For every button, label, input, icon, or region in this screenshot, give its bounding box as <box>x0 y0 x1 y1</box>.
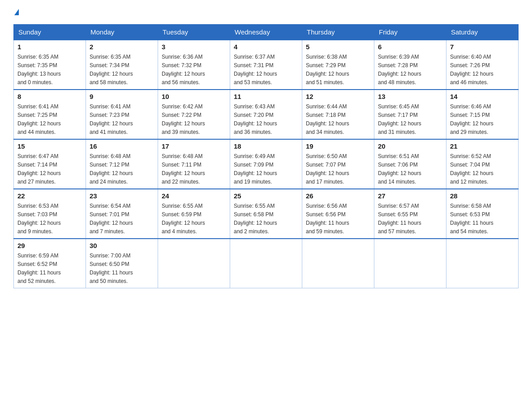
day-info: Sunrise: 6:37 AMSunset: 7:31 PMDaylight:… <box>234 54 277 86</box>
day-info: Sunrise: 6:53 AMSunset: 7:03 PMDaylight:… <box>17 203 61 235</box>
calendar-cell: 30 Sunrise: 7:00 AMSunset: 6:50 PMDaylig… <box>86 239 158 288</box>
day-info: Sunrise: 6:58 AMSunset: 6:53 PMDaylight:… <box>450 203 493 235</box>
day-info: Sunrise: 6:42 AMSunset: 7:22 PMDaylight:… <box>162 103 205 135</box>
day-number: 15 <box>17 142 82 150</box>
calendar-cell: 28 Sunrise: 6:58 AMSunset: 6:53 PMDaylig… <box>446 189 519 239</box>
calendar-cell: 29 Sunrise: 6:59 AMSunset: 6:52 PMDaylig… <box>14 239 86 288</box>
day-number: 23 <box>90 192 154 200</box>
calendar-week-row: 29 Sunrise: 6:59 AMSunset: 6:52 PMDaylig… <box>14 239 519 288</box>
day-info: Sunrise: 6:49 AMSunset: 7:09 PMDaylight:… <box>234 153 277 185</box>
day-number: 13 <box>378 93 442 100</box>
day-number: 19 <box>306 142 370 150</box>
calendar-cell: 25 Sunrise: 6:55 AMSunset: 6:58 PMDaylig… <box>230 189 302 239</box>
day-number: 25 <box>234 192 298 200</box>
calendar-cell: 9 Sunrise: 6:41 AMSunset: 7:23 PMDayligh… <box>86 90 158 139</box>
page-header <box>13 9 519 17</box>
logo <box>13 9 19 17</box>
calendar-cell: 8 Sunrise: 6:41 AMSunset: 7:25 PMDayligh… <box>14 90 86 139</box>
day-info: Sunrise: 7:00 AMSunset: 6:50 PMDaylight:… <box>90 253 133 284</box>
day-info: Sunrise: 6:39 AMSunset: 7:28 PMDaylight:… <box>378 54 421 86</box>
calendar-cell: 17 Sunrise: 6:48 AMSunset: 7:11 PMDaylig… <box>158 139 230 189</box>
header-thursday: Thursday <box>302 25 374 40</box>
day-info: Sunrise: 6:41 AMSunset: 7:23 PMDaylight:… <box>90 103 133 135</box>
day-number: 12 <box>306 93 370 100</box>
day-info: Sunrise: 6:51 AMSunset: 7:06 PMDaylight:… <box>378 153 421 185</box>
day-info: Sunrise: 6:36 AMSunset: 7:32 PMDaylight:… <box>162 54 205 86</box>
day-info: Sunrise: 6:55 AMSunset: 6:58 PMDaylight:… <box>234 203 277 235</box>
calendar-cell: 7 Sunrise: 6:40 AMSunset: 7:26 PMDayligh… <box>446 40 519 90</box>
calendar-cell <box>158 239 230 288</box>
day-info: Sunrise: 6:50 AMSunset: 7:07 PMDaylight:… <box>306 153 349 185</box>
day-number: 30 <box>90 242 154 249</box>
header-wednesday: Wednesday <box>230 25 302 40</box>
day-info: Sunrise: 6:48 AMSunset: 7:11 PMDaylight:… <box>162 153 205 185</box>
day-number: 14 <box>450 93 515 100</box>
day-number: 24 <box>162 192 226 200</box>
day-number: 9 <box>90 93 154 100</box>
calendar-cell: 2 Sunrise: 6:35 AMSunset: 7:34 PMDayligh… <box>86 40 158 90</box>
calendar-cell: 15 Sunrise: 6:47 AMSunset: 7:14 PMDaylig… <box>14 139 86 189</box>
day-number: 11 <box>234 93 298 100</box>
day-number: 27 <box>378 192 442 200</box>
day-number: 10 <box>162 93 226 100</box>
day-info: Sunrise: 6:57 AMSunset: 6:55 PMDaylight:… <box>378 203 421 235</box>
calendar-week-row: 1 Sunrise: 6:35 AMSunset: 7:35 PMDayligh… <box>14 40 519 90</box>
day-info: Sunrise: 6:40 AMSunset: 7:26 PMDaylight:… <box>450 54 493 86</box>
day-info: Sunrise: 6:56 AMSunset: 6:56 PMDaylight:… <box>306 203 349 235</box>
day-info: Sunrise: 6:54 AMSunset: 7:01 PMDaylight:… <box>90 203 133 235</box>
day-number: 20 <box>378 142 442 150</box>
header-sunday: Sunday <box>14 25 86 40</box>
calendar-cell: 5 Sunrise: 6:38 AMSunset: 7:29 PMDayligh… <box>302 40 374 90</box>
day-number: 5 <box>306 43 370 51</box>
calendar-cell: 16 Sunrise: 6:48 AMSunset: 7:12 PMDaylig… <box>86 139 158 189</box>
calendar-cell: 4 Sunrise: 6:37 AMSunset: 7:31 PMDayligh… <box>230 40 302 90</box>
calendar-cell: 14 Sunrise: 6:46 AMSunset: 7:15 PMDaylig… <box>446 90 519 139</box>
day-number: 29 <box>17 242 82 249</box>
calendar-cell: 23 Sunrise: 6:54 AMSunset: 7:01 PMDaylig… <box>86 189 158 239</box>
header-saturday: Saturday <box>446 25 519 40</box>
day-info: Sunrise: 6:52 AMSunset: 7:04 PMDaylight:… <box>450 153 493 185</box>
day-info: Sunrise: 6:48 AMSunset: 7:12 PMDaylight:… <box>90 153 133 185</box>
day-info: Sunrise: 6:44 AMSunset: 7:18 PMDaylight:… <box>306 103 349 135</box>
day-info: Sunrise: 6:59 AMSunset: 6:52 PMDaylight:… <box>17 253 61 284</box>
day-number: 1 <box>17 43 82 51</box>
day-info: Sunrise: 6:38 AMSunset: 7:29 PMDaylight:… <box>306 54 349 86</box>
calendar-cell: 27 Sunrise: 6:57 AMSunset: 6:55 PMDaylig… <box>374 189 446 239</box>
calendar-table: SundayMondayTuesdayWednesdayThursdayFrid… <box>13 24 519 288</box>
calendar-cell: 3 Sunrise: 6:36 AMSunset: 7:32 PMDayligh… <box>158 40 230 90</box>
day-number: 4 <box>234 43 298 51</box>
logo-triangle-icon <box>14 9 19 15</box>
calendar-cell: 6 Sunrise: 6:39 AMSunset: 7:28 PMDayligh… <box>374 40 446 90</box>
day-info: Sunrise: 6:47 AMSunset: 7:14 PMDaylight:… <box>17 153 61 185</box>
calendar-cell: 1 Sunrise: 6:35 AMSunset: 7:35 PMDayligh… <box>14 40 86 90</box>
header-tuesday: Tuesday <box>158 25 230 40</box>
calendar-cell <box>230 239 302 288</box>
calendar-cell: 22 Sunrise: 6:53 AMSunset: 7:03 PMDaylig… <box>14 189 86 239</box>
calendar-cell: 21 Sunrise: 6:52 AMSunset: 7:04 PMDaylig… <box>446 139 519 189</box>
day-number: 2 <box>90 43 154 51</box>
day-number: 6 <box>378 43 442 51</box>
day-number: 8 <box>17 93 82 100</box>
calendar-cell: 12 Sunrise: 6:44 AMSunset: 7:18 PMDaylig… <box>302 90 374 139</box>
calendar-cell: 18 Sunrise: 6:49 AMSunset: 7:09 PMDaylig… <box>230 139 302 189</box>
day-number: 18 <box>234 142 298 150</box>
calendar-week-row: 8 Sunrise: 6:41 AMSunset: 7:25 PMDayligh… <box>14 90 519 139</box>
calendar-cell: 24 Sunrise: 6:55 AMSunset: 6:59 PMDaylig… <box>158 189 230 239</box>
day-number: 17 <box>162 142 226 150</box>
day-info: Sunrise: 6:46 AMSunset: 7:15 PMDaylight:… <box>450 103 493 135</box>
day-number: 16 <box>90 142 154 150</box>
calendar-cell <box>302 239 374 288</box>
day-info: Sunrise: 6:35 AMSunset: 7:34 PMDaylight:… <box>90 54 133 86</box>
day-number: 28 <box>450 192 515 200</box>
day-info: Sunrise: 6:43 AMSunset: 7:20 PMDaylight:… <box>234 103 277 135</box>
calendar-week-row: 22 Sunrise: 6:53 AMSunset: 7:03 PMDaylig… <box>14 189 519 239</box>
calendar-cell: 26 Sunrise: 6:56 AMSunset: 6:56 PMDaylig… <box>302 189 374 239</box>
calendar-header-row: SundayMondayTuesdayWednesdayThursdayFrid… <box>14 25 519 40</box>
day-info: Sunrise: 6:55 AMSunset: 6:59 PMDaylight:… <box>162 203 205 235</box>
day-number: 22 <box>17 192 82 200</box>
day-info: Sunrise: 6:45 AMSunset: 7:17 PMDaylight:… <box>378 103 421 135</box>
day-number: 3 <box>162 43 226 51</box>
header-monday: Monday <box>86 25 158 40</box>
calendar-cell: 10 Sunrise: 6:42 AMSunset: 7:22 PMDaylig… <box>158 90 230 139</box>
day-info: Sunrise: 6:41 AMSunset: 7:25 PMDaylight:… <box>17 103 61 135</box>
